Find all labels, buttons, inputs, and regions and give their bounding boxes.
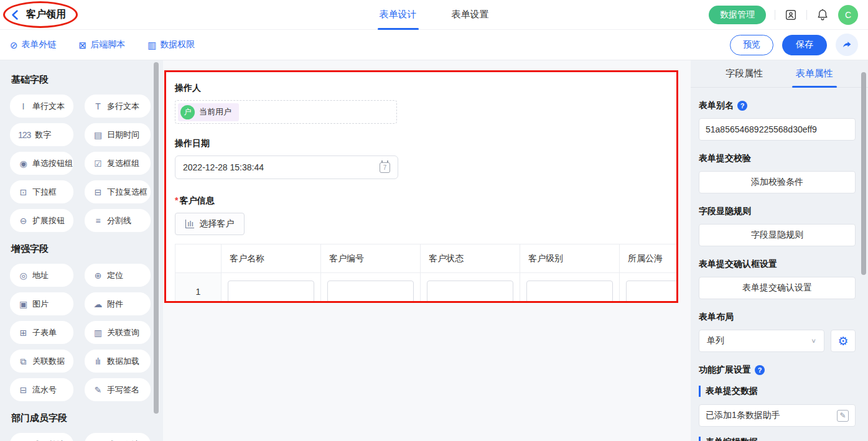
field-type-label: 图片 bbox=[32, 299, 49, 310]
tab-form-settings[interactable]: 表单设置 bbox=[452, 0, 489, 30]
toolbar-item-label: 数据权限 bbox=[160, 39, 195, 50]
layout-select-value: 单列 bbox=[707, 335, 724, 346]
field-type-item[interactable]: ⊟ 下拉复选框 bbox=[85, 180, 151, 203]
layout-settings-button[interactable]: ⚙ bbox=[831, 330, 856, 352]
tab-field-properties[interactable]: 字段属性 bbox=[726, 60, 763, 88]
field-type-icon: ◎ bbox=[18, 271, 28, 280]
field-type-item[interactable]: ⊕ 定位 bbox=[85, 264, 151, 287]
properties-panel: 字段属性 表单属性 表单别名 ? 51a85654689225568d30eff… bbox=[691, 60, 868, 441]
field-type-item[interactable]: I 单行文本 bbox=[10, 95, 73, 118]
field-type-item[interactable]: ⊖ 扩展按钮 bbox=[10, 209, 73, 232]
field-type-item[interactable]: ⊟ 流水号 bbox=[10, 378, 73, 401]
date-field-label: 操作日期 bbox=[175, 138, 668, 149]
field-type-item[interactable]: 123 数字 bbox=[10, 123, 73, 146]
field-type-icon: ⊡ bbox=[18, 188, 28, 197]
edit-pencil-icon[interactable]: ✎ bbox=[837, 410, 849, 422]
table-cell bbox=[421, 273, 520, 304]
required-asterisk: * bbox=[175, 195, 178, 205]
field-type-icon: I bbox=[18, 102, 28, 111]
panel-scrollbar-thumb[interactable] bbox=[861, 72, 866, 275]
field-type-item[interactable]: ▣ 图片 bbox=[10, 292, 73, 315]
confirm-box-button[interactable]: 表单提交确认设置 bbox=[699, 277, 856, 299]
cell-input[interactable] bbox=[526, 281, 613, 303]
data-manage-button[interactable]: 数据管理 bbox=[709, 6, 766, 24]
field-library-sidebar: 基础字段 I 单行文本 T 多行文本 123 数字 ▤ bbox=[0, 60, 163, 441]
select-customer-button[interactable]: ılı 选择客户 bbox=[175, 213, 245, 235]
toolbar-item-external-link[interactable]: ⊘ 表单外链 bbox=[10, 39, 57, 50]
add-validation-button[interactable]: 添加校验条件 bbox=[699, 171, 856, 193]
field-type-item[interactable]: ◉ 单选按钮组 bbox=[10, 152, 73, 175]
notification-bell-icon[interactable] bbox=[816, 8, 829, 22]
script-icon: ⊠ bbox=[79, 40, 87, 50]
submit-data-input[interactable]: 已添加1条数据助手 ✎ bbox=[699, 404, 856, 427]
field-type-label: 单行文本 bbox=[32, 101, 65, 112]
form-preview-card-red-annotation: 操作人 户 当前用户 操作日期 2022-12-28 15:38:44 7 *客… bbox=[164, 70, 678, 303]
field-type-icon: ◉ bbox=[18, 159, 28, 168]
operator-field-input[interactable]: 户 当前用户 bbox=[175, 100, 397, 124]
column-header: 客户级别 bbox=[520, 244, 620, 273]
enhanced-fields-grid: ◎ 地址 ⊕ 定位 ▣ 图片 ☁ 附件 bbox=[10, 264, 157, 401]
field-type-icon: 123 bbox=[18, 131, 30, 139]
field-type-item[interactable]: ⊡ 下拉框 bbox=[10, 180, 73, 203]
user-avatar[interactable]: C bbox=[838, 5, 858, 25]
back-chevron-icon[interactable] bbox=[10, 9, 21, 21]
field-type-item[interactable]: ☁ 附件 bbox=[85, 292, 151, 315]
customer-info-label: *客户信息 bbox=[175, 195, 668, 207]
cell-input[interactable] bbox=[427, 281, 513, 303]
page-title: 客户领用 bbox=[26, 8, 66, 21]
preview-button[interactable]: 预览 bbox=[730, 35, 773, 55]
field-type-label: 数据加载 bbox=[107, 356, 139, 367]
cell-input[interactable] bbox=[327, 281, 414, 303]
field-type-icon: ⊟ bbox=[18, 386, 28, 394]
current-user-tag[interactable]: 户 当前用户 bbox=[178, 103, 239, 121]
field-type-item[interactable]: T 多行文本 bbox=[85, 95, 151, 118]
toolbar-item-backend-script[interactable]: ⊠ 后端脚本 bbox=[79, 39, 126, 50]
field-type-icon: ▥ bbox=[93, 328, 103, 337]
help-question-icon[interactable]: ? bbox=[737, 101, 747, 111]
field-type-item[interactable]: ♙ 成员多选 bbox=[85, 433, 151, 441]
tab-form-properties[interactable]: 表单属性 bbox=[796, 60, 833, 88]
header-tabs: 表单设计 表单设置 bbox=[380, 0, 489, 30]
field-type-item[interactable]: ⧉ 关联数据 bbox=[10, 350, 73, 373]
save-button[interactable]: 保存 bbox=[782, 35, 827, 55]
field-type-item[interactable]: ▤ 日期时间 bbox=[85, 123, 151, 146]
sidebar-scrollbar-thumb[interactable] bbox=[154, 62, 159, 414]
field-type-item[interactable]: ✎ 手写签名 bbox=[85, 378, 151, 401]
field-type-item[interactable]: ♙ 成员单选 bbox=[10, 433, 73, 441]
customer-subtable: 客户名称客户编号客户状态客户级别所属公海 1 bbox=[175, 244, 678, 303]
layout-select[interactable]: 单列 ∨ bbox=[699, 330, 824, 352]
field-type-icon: ⊕ bbox=[93, 271, 103, 280]
section-title-basic-fields: 基础字段 bbox=[11, 74, 157, 86]
user-tag-label: 当前用户 bbox=[199, 106, 231, 118]
field-type-item[interactable]: ⊞ 子表单 bbox=[10, 321, 73, 344]
share-button[interactable] bbox=[836, 34, 858, 56]
date-field-input[interactable]: 2022-12-28 15:38:44 7 bbox=[175, 156, 398, 179]
field-visibility-button[interactable]: 字段显隐规则 bbox=[699, 224, 856, 246]
field-type-item[interactable]: ▥ 关联查询 bbox=[85, 321, 151, 344]
field-type-label: 日期时间 bbox=[107, 129, 139, 141]
field-type-label: 单选按钮组 bbox=[32, 158, 73, 169]
field-type-icon: ⊖ bbox=[18, 216, 28, 225]
field-type-item[interactable]: ◎ 地址 bbox=[10, 264, 73, 287]
back-navigation[interactable]: 客户领用 bbox=[0, 8, 66, 21]
toolbar-item-data-permission[interactable]: ▥ 数据权限 bbox=[147, 39, 195, 50]
field-type-item[interactable]: ☑ 复选框组 bbox=[85, 152, 151, 175]
field-type-item[interactable]: ılı 数据加载 bbox=[85, 350, 151, 373]
field-type-label: 附件 bbox=[107, 299, 123, 310]
date-value: 2022-12-28 15:38:44 bbox=[183, 162, 380, 172]
tab-form-design[interactable]: 表单设计 bbox=[380, 0, 417, 30]
subtable-header-row: 客户名称客户编号客户状态客户级别所属公海 bbox=[175, 244, 679, 273]
field-type-label: 地址 bbox=[32, 270, 49, 281]
help-question-icon[interactable]: ? bbox=[755, 365, 765, 375]
field-type-item[interactable]: ≡ 分割线 bbox=[85, 209, 151, 232]
form-alias-input[interactable]: 51a85654689225568d30eff9 bbox=[699, 118, 856, 141]
user-tag-avatar-icon: 户 bbox=[180, 105, 195, 119]
calendar-icon[interactable]: 7 bbox=[380, 162, 390, 173]
table-cell bbox=[321, 273, 421, 304]
cell-input[interactable] bbox=[228, 281, 314, 303]
data-permission-icon: ▥ bbox=[147, 40, 156, 50]
submit-data-label: 表单提交数据 bbox=[699, 386, 856, 397]
bar-chart-icon: ılı bbox=[185, 220, 194, 228]
cell-input[interactable] bbox=[626, 281, 678, 303]
contact-card-icon[interactable] bbox=[784, 8, 798, 22]
